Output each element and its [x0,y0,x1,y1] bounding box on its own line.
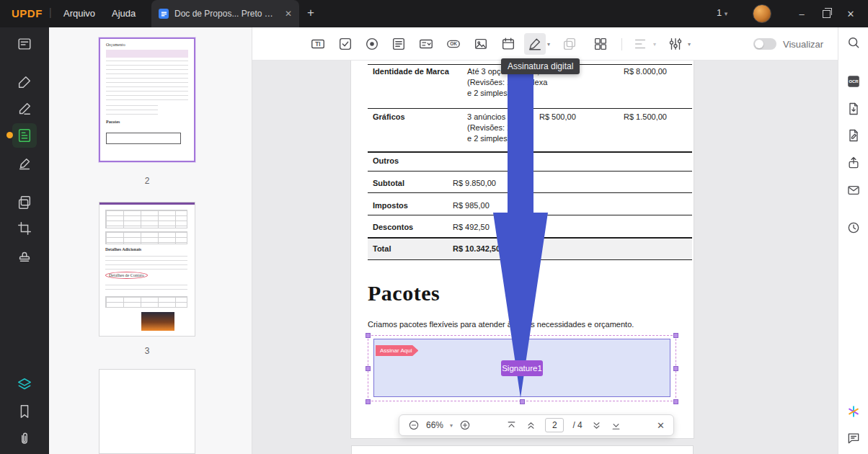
pager-close-icon[interactable]: ✕ [657,420,665,431]
email-icon[interactable] [843,179,864,201]
resize-handle-w[interactable] [366,366,371,371]
layers-tool-icon[interactable] [12,373,37,397]
window-close-button[interactable]: ✕ [838,0,863,27]
push-button-tool-icon[interactable]: OK [443,33,464,55]
page-total: / 4 [572,420,582,430]
summary-label: Impostos [373,200,408,211]
thumbnail-page-2[interactable]: Orçamento Pacotes [99,37,195,162]
thumb2-section-label: Pacotes [106,120,120,125]
ocr-icon[interactable]: OCR [843,71,864,92]
tab-close-icon[interactable]: ✕ [285,9,292,19]
table-rule [368,215,692,215]
edit-tool-icon[interactable] [12,97,37,121]
ai-assistant-icon[interactable] [843,401,864,422]
desc-line: e 2 simples) [467,133,533,144]
thumbnail-page-4[interactable] [99,369,195,454]
table-rule [368,192,692,193]
document-tab[interactable]: Doc de Propos... Preto Cinza* ✕ [151,0,299,27]
attachment-tool-icon[interactable] [12,427,37,451]
checkbox-tool-icon[interactable] [335,33,356,55]
duplicate-tool-icon[interactable] [559,33,580,55]
crop-tool-icon[interactable] [12,216,37,241]
thumb2-title: Orçamento [106,43,125,48]
annotate-tool-icon[interactable] [12,70,37,94]
table-section-header: Outros [373,156,399,166]
document-count-dropdown[interactable]: 1 ▾ [717,7,727,18]
search-icon[interactable] [843,32,864,53]
document-icon [159,9,169,19]
viewer-tool-icon[interactable] [12,32,37,56]
window-restore-button[interactable] [814,0,838,27]
table-cell-price1: R$ 500,00 [539,112,576,123]
red-ellipse-annotation: Detalhes de Contato [105,272,148,279]
zoom-caret-icon[interactable]: ▾ [450,422,453,429]
organize-pages-tool-icon[interactable] [12,190,37,215]
page-number-input[interactable] [545,418,564,432]
next-page-icon[interactable] [591,420,602,431]
last-page-icon[interactable] [611,420,621,431]
thumb2-content-lines [106,105,158,117]
chat-icon[interactable] [843,427,864,449]
preview-toggle[interactable] [753,38,776,50]
resize-handle-nw[interactable] [366,333,371,338]
thumbnail-panel: Orçamento Pacotes 2 Detalhes Adicionais … [49,27,252,454]
align-caret-icon[interactable]: ▾ [653,41,656,48]
zoom-level[interactable]: 66% [426,420,443,430]
signature-field-label[interactable]: Signature1 [501,360,543,376]
export-document-icon[interactable] [843,125,864,146]
document-paragraph: Criamos pacotes flexíveis para atender à… [368,320,634,329]
thumb2-form-box [106,133,181,144]
thumb2-content-lines [106,61,188,102]
tooltip: Assinatura digital [501,58,580,74]
resize-handle-n[interactable] [520,333,525,338]
forms-tool-icon[interactable] [12,123,37,148]
page-controls: / 4 [506,418,621,432]
thumb3-heading-1: Detalhes Adicionais [105,247,141,252]
date-field-tool-icon[interactable] [497,33,519,55]
list-box-tool-icon[interactable] [388,33,409,55]
thumb3-content-lines [105,256,187,270]
resize-handle-ne[interactable] [673,333,678,338]
sign-here-tag: Assinar Aqui [376,345,418,356]
previous-page-icon[interactable] [526,420,536,431]
active-panel-indicator [6,132,13,138]
table-rule [368,151,692,153]
stamp-tool-icon[interactable] [12,244,37,268]
first-page-icon[interactable] [506,420,517,431]
image-field-tool-icon[interactable] [470,33,492,55]
zoom-in-icon[interactable] [459,419,471,431]
new-tab-button[interactable]: + [307,6,314,20]
resize-handle-sw[interactable] [366,399,371,404]
table-rule [368,171,692,172]
radio-button-tool-icon[interactable] [361,33,383,55]
resize-handle-s[interactable] [520,399,525,404]
signature-caret-icon[interactable]: ▾ [547,41,550,48]
digital-signature-tool-icon[interactable] [524,33,546,55]
table-rule [368,108,692,109]
properties-caret-icon[interactable]: ▾ [688,41,691,48]
combo-box-tool-icon[interactable] [415,33,437,55]
resize-handle-e[interactable] [673,366,678,371]
layout-tool-icon[interactable] [590,33,611,55]
next-page-top-edge [351,445,694,454]
field-properties-tool-icon[interactable] [665,33,686,55]
share-icon[interactable] [843,152,864,174]
text-field-tool-icon[interactable]: TI [307,33,329,55]
menu-item-ajuda[interactable]: Ajuda [112,8,136,19]
resize-handle-se[interactable] [673,399,678,404]
document-count-value: 1 [717,7,722,18]
sign-tool-icon[interactable] [12,152,37,177]
menu-item-arquivo[interactable]: Arquivo [63,8,95,19]
save-as-icon[interactable] [843,98,864,120]
avatar[interactable] [753,4,771,23]
window-minimize-button[interactable]: – [789,0,814,27]
align-tool-icon[interactable] [629,33,651,55]
summary-value: R$ 9.850,00 [453,178,496,189]
updf-window: UPDF | Arquivo Ajuda Doc de Propos... Pr… [0,0,868,454]
thumbnail-page-3[interactable]: Detalhes Adicionais Detalhes de Contato [99,202,195,337]
zoom-controls: 66% ▾ [408,419,471,431]
bookmark-tool-icon[interactable] [12,399,37,424]
history-icon[interactable] [843,217,864,239]
zoom-out-icon[interactable] [408,419,420,431]
total-value: R$ 10.342,50 [453,244,500,254]
